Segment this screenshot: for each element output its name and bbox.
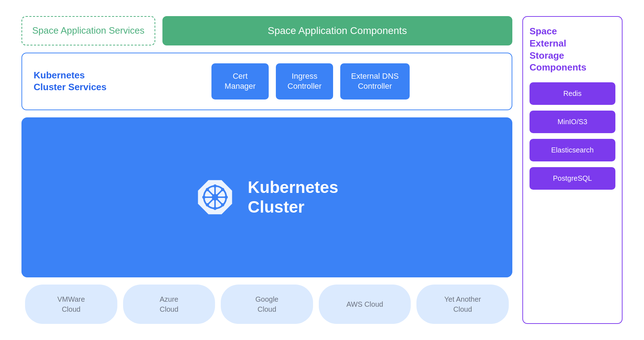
svg-point-18 <box>206 203 209 207</box>
k8s-services-title: KubernetesCluster Services <box>34 69 107 94</box>
elasticsearch-item: Elasticsearch <box>530 139 615 161</box>
right-section-title: SpaceExternalStorageComponents <box>530 25 615 74</box>
k8s-services-items: CertManager IngressController External D… <box>121 63 500 99</box>
svg-point-16 <box>221 203 224 207</box>
cloud-providers-row: VMWareCloud AzureCloud GoogleCloud AWS C… <box>21 285 512 324</box>
yet-another-cloud-item: Yet AnotherCloud <box>416 285 509 324</box>
space-app-components-label: Space Application Components <box>268 25 407 37</box>
svg-point-15 <box>206 188 209 191</box>
svg-point-14 <box>225 196 228 199</box>
aws-cloud-item: AWS Cloud <box>319 285 411 324</box>
k8s-cluster-box: KubernetesCluster <box>21 117 512 277</box>
minio-item: MinIO/S3 <box>530 111 615 133</box>
kubernetes-icon <box>195 178 235 217</box>
space-app-services-label: Space Application Services <box>32 25 145 37</box>
svg-point-13 <box>203 196 206 199</box>
left-section: Space Application Services Space Applica… <box>21 16 512 324</box>
right-section: SpaceExternalStorageComponents Redis Min… <box>522 16 623 324</box>
postgresql-item: PostgreSQL <box>530 167 615 190</box>
main-container: Space Application Services Space Applica… <box>14 9 630 331</box>
redis-item: Redis <box>530 82 615 105</box>
svg-point-17 <box>221 188 224 191</box>
svg-point-11 <box>214 185 217 188</box>
vmware-cloud-item: VMWareCloud <box>25 285 117 324</box>
space-app-components-box: Space Application Components <box>162 16 512 45</box>
k8s-cluster-label: KubernetesCluster <box>248 178 338 217</box>
k8s-services-box: KubernetesCluster Services CertManager I… <box>21 53 512 110</box>
svg-point-12 <box>214 207 217 210</box>
cert-manager-item: CertManager <box>211 63 269 99</box>
google-cloud-item: GoogleCloud <box>221 285 313 324</box>
top-row: Space Application Services Space Applica… <box>21 16 512 45</box>
azure-cloud-item: AzureCloud <box>123 285 215 324</box>
ingress-controller-item: IngressController <box>276 63 333 99</box>
space-app-services-box: Space Application Services <box>21 16 155 45</box>
external-dns-item: External DNSController <box>340 63 409 99</box>
